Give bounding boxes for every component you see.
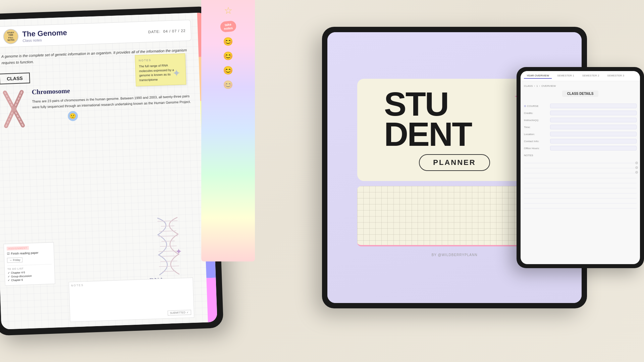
chromosome-illustration [0,88,28,130]
svg-line-10 [161,226,174,226]
field-instructor: Instructor(s): [524,118,637,122]
svg-line-18 [159,266,179,266]
small-tablet-content: CLASS › 1 › OVERVIEW CLASS DETAILS ⊙ COU… [521,81,640,212]
field-input-location[interactable] [550,132,637,136]
smiley-sticker-1: 😊 [223,37,233,46]
breadcrumb-number: 1 [536,84,538,87]
left-tablet: STUDYTIMEFULLNOTES The Genome Class note… [0,6,224,336]
svg-line-14 [160,246,177,247]
submitted-badge: SUBMITTED ✓ [167,310,191,315]
field-input-course[interactable] [550,104,637,108]
breadcrumb-class: CLASS [524,84,533,87]
right-section: ✦ STU DENT PLANNER BY @WILDBERRYPLANN [309,0,644,362]
nav-dot-3[interactable] [635,171,638,174]
right-tablet-small-screen: YEAR OVERVIEW SEMESTER 1 SEMESTER 2 SEME… [521,71,640,264]
field-input-credits[interactable] [550,111,637,115]
small-notes-label: NOTES [524,154,637,157]
class-details-button[interactable]: CLASS DETAILS [562,90,599,97]
class-form-fields: ⊙ COURSE Credits: Instructor(s): [524,104,637,150]
field-label-instructor: Instructor(s): [524,119,547,122]
svg-line-13 [161,241,175,241]
field-input-time[interactable] [550,125,637,129]
chromosome-svg [0,88,28,130]
tab-year-overview[interactable]: YEAR OVERVIEW [524,73,552,79]
note-page: STUDYTIMEFULLNOTES The Genome Class note… [0,13,208,329]
right-tablet-small: YEAR OVERVIEW SEMESTER 1 SEMESTER 2 SEME… [517,67,644,268]
planner-credit: BY @WILDBERRYPLANN [432,253,478,257]
tab-semester-2[interactable]: SEMESTER 2 [580,73,602,79]
field-course: ⊙ COURSE [524,104,637,108]
svg-line-9 [157,221,177,221]
take-notes-sticker: takenotes [220,20,236,33]
assignment-text: Finish reading paper [11,251,38,255]
assignment-day: Friday [13,258,20,262]
star-sticker-outline: ☆ [224,5,232,16]
smiley-sticker-4: 😊 [223,80,233,89]
note-title-area: The Genome Class notes [22,25,148,43]
field-location: Location: [524,132,637,136]
field-label-location: Location: [524,133,547,136]
field-credits: Credits: [524,111,637,115]
todo-item-3: ✓Chapter 6 [8,278,52,282]
nav-dot-2[interactable] [635,166,638,169]
field-input-instructor[interactable] [550,118,637,122]
chromosome-section: Chromosome There are 23 pairs of chromos… [0,83,194,130]
note-header: STUDYTIMEFULLNOTES The Genome Class note… [0,20,192,48]
field-label-credits: Credits: [524,112,547,115]
chromosome-text-area: Chromosome There are 23 pairs of chromos… [32,83,194,129]
sticker-sheet: ☆ takenotes 😊 😊 😊 😊 [201,0,255,261]
field-time: Time: [524,125,637,129]
breadcrumb-overview: OVERVIEW [541,84,556,87]
assignment-item: ☑ Finish reading paper [7,251,51,256]
field-label-office-hours: Office Hours: [524,147,547,150]
field-contact: Contact Info: [524,139,637,143]
todo-section: TO DO LIST ✓Chapter 4-5 ✓Group discussio… [7,264,52,282]
svg-line-17 [161,261,177,262]
field-input-contact[interactable] [550,139,637,143]
todo-label: TO DO LIST [7,266,52,270]
notes-sticky-label: NOTES [139,57,181,63]
small-notes-lines[interactable] [524,158,637,208]
breadcrumb-sep-2: › [539,84,540,87]
field-label-time: Time: [524,126,547,129]
bottom-notes-box: NOTES SUBMITTED ✓ [68,278,194,322]
small-tablet-tabs: YEAR OVERVIEW SEMESTER 1 SEMESTER 2 SEME… [521,71,640,81]
dna-helix-svg [147,214,190,282]
assignment-icon: ☑ [7,252,9,255]
note-date: DATE: 04 / 07 / 22 [148,28,186,34]
side-navigation-dots [635,162,638,174]
chromosome-body: There are 23 pairs of chromosomes in the… [32,93,194,110]
field-office-hours: Office Hours: [524,146,637,150]
breadcrumb-sep-1: › [534,84,535,87]
class-label-box: CLASS [0,73,30,84]
study-time-logo: STUDYTIMEFULLNOTES [3,29,19,45]
field-label-contact: Contact Info: [524,140,547,143]
planner-badge: PLANNER [419,154,490,171]
sparkle-sticker: ✦ [175,247,182,256]
assignment-box: ASSIGNMENT ☑ Finish reading paper ↔ Frid… [3,242,55,286]
tab-semester-3[interactable]: SEMESTER 3 [604,73,627,79]
student-title: STU DENT [374,89,535,149]
star-outline-sticker: ✦ [172,67,181,79]
svg-line-16 [162,256,175,256]
assignment-label: ASSIGNMENT [7,246,29,250]
field-label-course: ⊙ COURSE [524,105,547,108]
bottom-notes-label: NOTES [71,280,191,287]
left-tablet-screen: STUDYTIMEFULLNOTES The Genome Class note… [0,12,217,329]
field-input-office-hours[interactable] [550,146,637,150]
smiley-sticker-3: 😊 [223,66,233,75]
small-notes-area: NOTES [524,154,637,208]
nav-dot-1[interactable] [635,162,638,164]
tab-semester-1[interactable]: SEMESTER 1 [554,73,577,79]
smiley-sticker-2: 😊 [223,51,233,61]
breadcrumb: CLASS › 1 › OVERVIEW [524,84,637,87]
